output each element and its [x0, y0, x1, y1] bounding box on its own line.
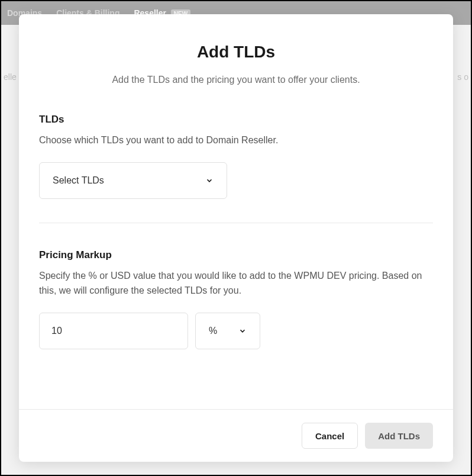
pricing-description: Specify the % or USD value that you woul… — [39, 268, 433, 298]
select-tlds-label: Select TLDs — [53, 175, 104, 186]
section-divider — [39, 223, 433, 223]
tlds-heading: TLDs — [39, 114, 433, 126]
cancel-button[interactable]: Cancel — [302, 423, 358, 449]
modal-title: Add TLDs — [39, 43, 433, 62]
add-tlds-button[interactable]: Add TLDs — [365, 423, 433, 449]
chevron-down-icon — [205, 176, 214, 185]
pricing-heading: Pricing Markup — [39, 249, 433, 261]
tlds-description: Choose which TLDs you want to add to Dom… — [39, 133, 433, 148]
markup-value-input[interactable] — [39, 313, 188, 349]
bg-right: s o — [457, 72, 468, 82]
chevron-down-icon — [238, 327, 247, 335]
add-tlds-modal: Add TLDs Add the TLDs and the pricing yo… — [19, 14, 453, 462]
modal-footer: Cancel Add TLDs — [19, 409, 453, 462]
markup-unit-label: % — [209, 326, 217, 336]
modal-body: Add TLDs Add the TLDs and the pricing yo… — [19, 14, 453, 409]
pricing-input-row: % — [39, 313, 433, 349]
select-tlds-dropdown[interactable]: Select TLDs — [39, 162, 227, 199]
markup-unit-dropdown[interactable]: % — [195, 313, 260, 349]
modal-subtitle: Add the TLDs and the pricing you want to… — [39, 75, 433, 85]
bg-left: elle — [4, 72, 17, 82]
